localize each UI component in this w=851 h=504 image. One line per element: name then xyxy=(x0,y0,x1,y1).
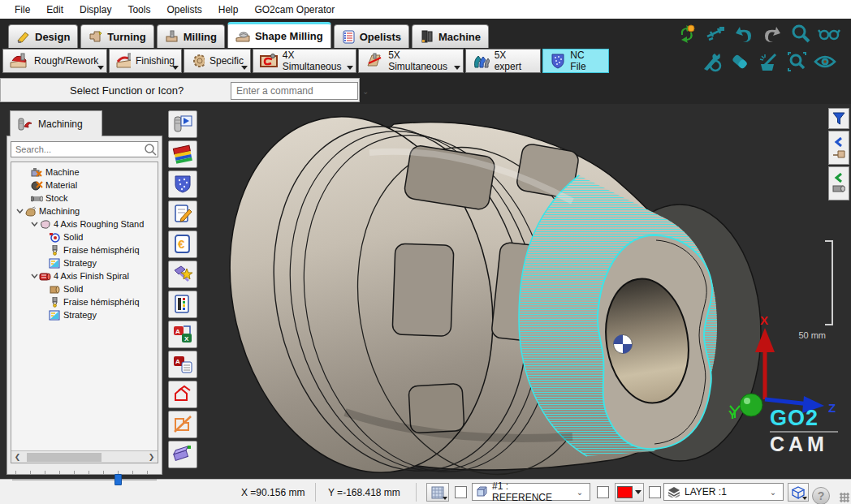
nc-shield-button[interactable] xyxy=(168,170,197,198)
cost-document-button[interactable]: € xyxy=(168,230,197,258)
five-x-simultaneous-button[interactable]: 5X Simultaneous xyxy=(358,49,464,73)
nc-file-button[interactable]: NC File xyxy=(542,49,609,73)
menu-opelists[interactable]: Opelists xyxy=(158,2,210,18)
sync-refresh-icon[interactable] xyxy=(676,24,698,45)
axis-y-ball xyxy=(740,394,762,416)
go2cam-logo: GO2 CAM xyxy=(770,407,841,454)
menu-help[interactable]: Help xyxy=(210,2,247,18)
tree-item-solid[interactable]: Solid xyxy=(11,282,158,295)
chevron-down-icon[interactable]: ⌄ xyxy=(362,87,369,96)
pencil-icon xyxy=(16,30,31,43)
tree-item-strategy[interactable]: Strategy xyxy=(11,308,158,321)
scrollbar-thumb[interactable] xyxy=(27,453,102,462)
layer-visibility-checkbox[interactable] xyxy=(649,486,661,498)
layer-combobox-value: LAYER :1 xyxy=(685,486,762,498)
tools-settings-icon[interactable] xyxy=(700,51,723,72)
tree-item-op-finish[interactable]: 4 Axis Finish Spiral xyxy=(11,269,158,282)
wizard-wand-button[interactable] xyxy=(168,261,197,288)
search-input[interactable] xyxy=(11,144,143,154)
tab-milling[interactable]: Milling xyxy=(157,24,225,48)
chevron-down-icon[interactable]: ⌄ xyxy=(767,488,780,497)
chevron-down-icon[interactable]: ⌄ xyxy=(573,488,586,497)
tab-opelists[interactable]: Opelists xyxy=(334,24,409,48)
tree-item-tool[interactable]: Fraise hémisphériq xyxy=(11,243,158,256)
resize-grip[interactable] xyxy=(840,493,849,502)
help-button[interactable]: ? xyxy=(812,483,830,504)
help-question-icon: ? xyxy=(812,487,830,504)
rough-rework-button[interactable]: Rough/Rework xyxy=(2,49,107,73)
material-rendering-button[interactable] xyxy=(168,140,197,168)
slider-track[interactable] xyxy=(12,479,157,480)
datum-ball xyxy=(614,335,633,354)
finishing-button[interactable]: Finishing xyxy=(109,49,182,73)
tree-item-stock[interactable]: Stock xyxy=(11,192,158,205)
tab-turning[interactable]: Turning xyxy=(80,24,153,48)
caliper-measure-icon[interactable] xyxy=(704,24,727,45)
tree-horizontal-scrollbar[interactable]: ❮ ❯ xyxy=(11,450,158,463)
magic-wand-icon[interactable] xyxy=(757,51,780,72)
add-solid-button[interactable] xyxy=(168,441,197,468)
glasses-view-icon[interactable] xyxy=(818,24,840,45)
layer-combobox[interactable]: LAYER :1 ⌄ xyxy=(663,483,784,501)
filter-button[interactable] xyxy=(828,108,849,129)
reference-visibility-checkbox[interactable] xyxy=(455,486,467,498)
undo-icon[interactable] xyxy=(732,24,755,45)
ribbon-tabs: Design Turning Milling Shape Milling Ope… xyxy=(8,24,489,48)
reference-combobox[interactable]: #1 : REFERENCE ⌄ xyxy=(472,483,590,501)
four-x-simultaneous-button[interactable]: 4X Simultaneous xyxy=(253,49,356,73)
tool-fraise-icon xyxy=(49,297,61,308)
menu-display[interactable]: Display xyxy=(71,2,119,18)
5x-expert-icon xyxy=(473,53,490,69)
button-label: 5X Simultaneous xyxy=(388,50,456,72)
shape-milling-icon xyxy=(235,30,251,43)
machining-panel-tab[interactable]: Machining xyxy=(10,110,102,136)
scroll-right-arrow-icon[interactable]: ❯ xyxy=(145,451,158,463)
machine-icon xyxy=(31,167,43,178)
menu-edit[interactable]: Edit xyxy=(38,2,71,18)
tree-item-machining[interactable]: Machining xyxy=(11,205,158,218)
tree-item-tool[interactable]: Fraise hémisphériq xyxy=(11,295,158,308)
redo-icon[interactable] xyxy=(761,24,784,45)
home-views-button[interactable] xyxy=(168,381,197,408)
scroll-left-arrow-icon[interactable]: ❮ xyxy=(11,451,24,463)
tree-item-op-roughing[interactable]: 4 Axis Roughing Stand xyxy=(11,218,158,230)
search-box[interactable] xyxy=(11,141,158,157)
pdf-excel-export-button[interactable]: AX xyxy=(168,321,197,348)
tree-item-solid[interactable]: Solid xyxy=(11,230,158,243)
grid-toggle-button[interactable] xyxy=(426,483,449,502)
color-swatch-button[interactable] xyxy=(615,483,644,502)
previous-stock-button[interactable] xyxy=(828,166,849,200)
divider xyxy=(315,483,316,502)
tree-item-strategy[interactable]: Strategy xyxy=(11,256,158,269)
tab-machine[interactable]: Machine xyxy=(412,24,489,48)
slider-handle[interactable] xyxy=(114,474,122,485)
view-cube-button[interactable] xyxy=(788,483,809,502)
color-apply-checkbox[interactable] xyxy=(597,486,609,498)
tab-shape-milling[interactable]: Shape Milling xyxy=(227,22,331,48)
tree-item-material[interactable]: Material xyxy=(11,179,158,192)
tab-design[interactable]: Design xyxy=(8,24,78,48)
zoom-region-icon[interactable] xyxy=(785,51,808,72)
viewport-3d-canvas[interactable] xyxy=(199,104,828,479)
specific-button[interactable]: Specific xyxy=(184,49,251,73)
menu-file[interactable]: File xyxy=(6,2,38,18)
tree-zoom-slider[interactable] xyxy=(11,467,158,487)
report-document-button[interactable] xyxy=(168,291,197,318)
previous-part-button[interactable] xyxy=(828,131,849,165)
command-input[interactable] xyxy=(231,85,362,97)
simulation-play-button[interactable] xyxy=(168,110,197,138)
tree-item-machine[interactable]: Machine xyxy=(11,166,158,179)
menu-tools[interactable]: Tools xyxy=(119,2,158,18)
visibility-eye-icon[interactable] xyxy=(814,51,836,72)
command-combobox[interactable]: ⌄ xyxy=(231,82,358,100)
pdf-export-button[interactable]: A xyxy=(168,351,197,378)
expand-chevron-icon[interactable] xyxy=(29,273,39,279)
expand-chevron-icon[interactable] xyxy=(15,208,24,214)
five-x-expert-button[interactable]: 5X expert xyxy=(465,49,541,73)
edit-document-button[interactable] xyxy=(168,200,197,228)
eraser-icon[interactable] xyxy=(728,51,751,72)
zoom-icon[interactable] xyxy=(789,24,812,45)
menu-go2cam-operator[interactable]: GO2cam Operator xyxy=(246,2,343,18)
expand-chevron-icon[interactable] xyxy=(29,221,39,227)
contour-toggle-button[interactable] xyxy=(168,411,197,438)
